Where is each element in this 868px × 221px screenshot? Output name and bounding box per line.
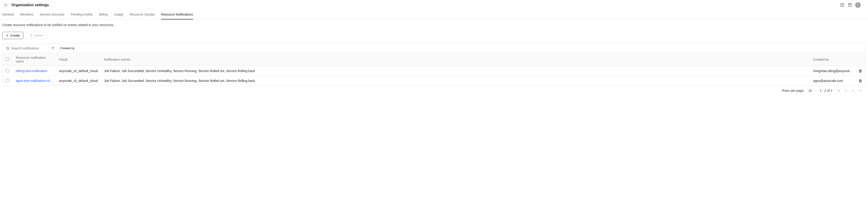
avatar[interactable]: C	[855, 2, 861, 8]
notifications-table: Resource notification name Cloud Notific…	[2, 53, 866, 86]
tab-general[interactable]: General	[2, 10, 14, 20]
dropdown-caret-icon	[813, 90, 816, 92]
page-next-icon[interactable]	[851, 89, 855, 93]
delete-row-icon[interactable]	[858, 79, 862, 83]
help-icon[interactable]	[840, 2, 845, 7]
filter-icon[interactable]	[51, 46, 55, 50]
create-button-label: Create	[10, 34, 20, 37]
tab-billing[interactable]: Billing	[99, 10, 107, 20]
svg-rect-5	[848, 3, 851, 7]
cell-created-by: aguo@anyscale.com	[810, 76, 855, 86]
action-bar: Create Delete	[2, 32, 866, 39]
topbar-right: C	[840, 2, 865, 8]
row-checkbox[interactable]	[6, 79, 9, 82]
col-header-cloud: Cloud	[56, 53, 101, 66]
search-input[interactable]	[11, 46, 43, 50]
cell-created-by: hongchao.deng@anyscal...	[810, 66, 855, 76]
page-last-icon[interactable]	[858, 89, 863, 93]
menu-icon[interactable]	[3, 2, 8, 7]
content: Create resource notifications to be noti…	[0, 20, 868, 93]
trash-icon	[30, 34, 33, 37]
description: Create resource notifications to be noti…	[2, 23, 866, 27]
tabs: General Members Service Accounts Pending…	[0, 10, 868, 20]
delete-row-icon[interactable]	[858, 69, 862, 73]
tab-usage[interactable]: Usage	[114, 10, 123, 20]
tab-resource-quotas[interactable]: Resource Quotas	[130, 10, 155, 20]
rows-per-page-label: Rows per page:	[782, 89, 804, 92]
notification-name-link[interactable]: hdeng-test-notification	[16, 69, 47, 73]
table-toolbar: Created by	[2, 43, 866, 53]
pagination-range: 1 - 2 of 2	[820, 89, 832, 92]
plus-icon	[6, 34, 9, 37]
pagination: Rows per page: 10 1 - 2 of 2	[2, 86, 866, 93]
rows-per-page-value: 10	[808, 89, 812, 92]
chip-created-by[interactable]: Created by	[57, 45, 78, 51]
tab-service-accounts[interactable]: Service Accounts	[40, 10, 64, 20]
delete-button: Delete	[26, 32, 46, 39]
rows-per-page-select[interactable]: 10	[808, 89, 816, 92]
page-title: Organization settings	[11, 3, 49, 7]
pagination-nav	[836, 89, 863, 93]
table-row: aguo-test-notification-ch... anyscale_v2…	[2, 76, 866, 86]
topbar: Organization settings C	[0, 0, 868, 10]
cell-cloud: anyscale_v2_default_cloud	[56, 76, 101, 86]
svg-point-8	[6, 47, 8, 49]
topbar-left: Organization settings	[3, 2, 49, 7]
avatar-caret-icon[interactable]	[863, 4, 865, 6]
bookmark-icon[interactable]	[847, 2, 852, 7]
create-button[interactable]: Create	[2, 32, 23, 39]
table-container: Created by Resource notification name Cl…	[2, 43, 866, 86]
search-icon	[6, 46, 9, 50]
col-header-events: Notification events	[101, 53, 810, 66]
tab-members[interactable]: Members	[20, 10, 33, 20]
tab-pending-invites[interactable]: Pending Invites	[71, 10, 93, 20]
delete-button-label: Delete	[34, 34, 43, 37]
filters: Created by	[48, 43, 80, 53]
table-row: hdeng-test-notification anyscale_v2_defa…	[2, 66, 866, 76]
notification-name-link[interactable]: aguo-test-notification-ch...	[16, 79, 53, 83]
svg-line-9	[8, 49, 9, 50]
page-prev-icon[interactable]	[844, 89, 848, 93]
cell-events: Job Failure, Job Succeeded, Service Unhe…	[101, 66, 810, 76]
col-header-name: Resource notification name	[12, 53, 56, 66]
cell-events: Job Failure, Job Succeeded, Service Unhe…	[101, 76, 810, 86]
page-first-icon[interactable]	[836, 89, 841, 93]
tab-resource-notifications[interactable]: Resource Notifications	[161, 10, 193, 20]
col-header-created-by: Created by	[810, 53, 855, 66]
cell-cloud: anyscale_v2_default_cloud	[56, 66, 101, 76]
search-box[interactable]	[2, 43, 48, 53]
select-all-checkbox[interactable]	[6, 57, 9, 61]
row-checkbox[interactable]	[6, 69, 9, 72]
